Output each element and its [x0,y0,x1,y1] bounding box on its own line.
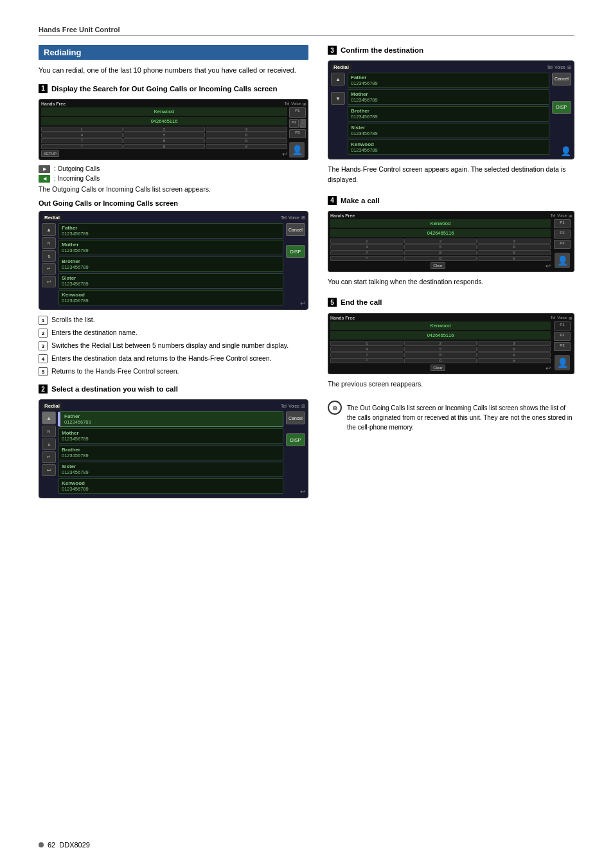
list-item[interactable]: Kenwood 0123456789 [58,478,283,494]
redial-label: Redial [42,214,62,221]
setup-btn[interactable]: SETUP [41,150,59,157]
list-item[interactable]: Sister 0123456789 [348,123,549,138]
sidebar-switch-btn[interactable]: ⇅ [42,250,56,262]
confirm-list: ▲ ▼ Father 0123456789 Mother 0123456 [331,73,571,156]
redial-list-screen: Redial TelVoice⊞ ▲ N ⇅ ↵ ↩ F [39,211,308,310]
step4-clear-btn[interactable]: Clear [431,262,445,269]
sidebar-up-btn[interactable]: ▲ [42,223,56,236]
step5-clear-btn[interactable]: Clear [431,365,445,371]
intro-text: You can redial, one of the last 10 phone… [39,65,308,76]
hf-bottom-controls: SETUP ↩ [41,150,287,158]
step2-disp-btn[interactable]: DISP [286,433,305,446]
step5-hf-number: 0426465116 [330,331,551,339]
step4-hf-label: Hands Free [330,213,355,218]
end-call-desc: The previous screen reappears. [328,379,574,390]
list-item: 2 Enters the destination name. [39,328,308,338]
incoming-label: : Incoming Calls [54,175,100,182]
hf-name: Kenwood [41,107,287,116]
sidebar-back-btn[interactable]: ↩ [42,276,56,287]
step4-p3-btn[interactable]: P3 [554,240,571,249]
step4-title: Make a call [341,195,380,206]
incoming-icon: ◀ [39,175,50,183]
list-item[interactable]: Sister 0123456789 [58,462,283,477]
sidebar-name-btn[interactable]: N [42,237,56,249]
note-text: The Out Going Calls list screen or Incom… [347,403,574,432]
enter-icon[interactable]: ↩ [300,300,305,307]
step2-sidebar-n[interactable]: N [42,426,56,437]
step5-keypad: 123 456 789 *0# [330,341,551,363]
legend-incoming: ◀ : Incoming Calls [39,175,308,183]
redial-sidebar: ▲ N ⇅ ↵ ↩ [42,223,56,307]
end-call-screen: Hands Free Tel Voice ⊞ Kenwood 042646511… [328,313,574,374]
step2-sidebar-switch[interactable]: ⇅ [42,439,56,450]
list-item: 1 Scrolls the list. [39,315,308,325]
step2-cancel-btn[interactable]: Cancel [286,411,305,424]
step4-hf-name: Kenwood [330,219,551,228]
cancel-btn[interactable]: Cancel [286,223,305,236]
p3-btn[interactable]: P3 [289,129,306,138]
step2-header: 2 Select a destination you wish to call [39,384,308,394]
step2-redial-label: Redial [42,402,62,410]
step5-p2-btn[interactable]: P2 [554,332,571,341]
list-item[interactable]: Father 0123456789 [58,411,283,427]
list-item[interactable]: Brother 0123456789 [58,257,283,272]
confirm-entries: Father 0123456789 Mother 0123456789 Brot… [348,73,549,156]
list-item[interactable]: Father 0123456789 [348,73,549,88]
list-item: 3 Switches the Redial List between 5 num… [39,341,308,350]
list-item[interactable]: Mother 0123456789 [348,89,549,105]
section-header: Hands Free Unit Control [39,26,120,33]
list-item[interactable]: Sister 0123456789 [58,273,283,289]
list-item[interactable]: Mother 0123456789 [58,428,283,444]
hf-label: Hands Free [41,102,66,106]
step1-title: Display the Search for Out Going Calls o… [51,84,277,94]
conf-disp-btn[interactable]: DISP [552,101,571,114]
step2-sidebar: ▲ N ⇅ ↵ ↩ [42,411,56,495]
step5-p3-btn[interactable]: P3 [554,342,571,351]
note-section: ⊕ The Out Going Calls list screen or Inc… [328,399,574,432]
step5-p1-btn[interactable]: P1 [554,321,571,330]
step3-number: 3 [328,46,337,55]
footer-model: DDX8029 [59,841,90,849]
step2-sidebar-up[interactable]: ▲ [42,411,56,424]
left-column: Redialing You can redial, one of the las… [39,45,308,503]
list-item[interactable]: Kenwood 0123456789 [58,290,283,305]
step4-p1-btn[interactable]: P1 [554,219,571,228]
footer-page: 62 [48,841,55,849]
legend-outgoing: ▶ : Outgoing Calls [39,165,308,173]
conf-down[interactable]: ▼ [331,92,345,105]
step2-sidebar-back[interactable]: ↩ [42,464,56,476]
step4-number: 4 [328,196,337,205]
conf-enter-icon[interactable]: 👤 [560,146,571,156]
outgoing-label: : Outgoing Calls [54,165,100,172]
step4-keypad: 123 456 789 *0# [330,239,551,261]
feature-list: 1 Scrolls the list. 2 Enters the destina… [39,315,308,376]
make-call-screen: Hands Free Tel Voice ⊞ Kenwood 042646511… [328,211,574,272]
p2-btn[interactable]: P2 [289,119,299,128]
step2-enter-icon[interactable]: ↩ [300,488,305,495]
disp-btn[interactable]: DISP [286,245,305,258]
list-item[interactable]: Brother 0123456789 [58,445,283,460]
confirm-screen: Redial TelVoice⊞ ▲ ▼ Fath [328,60,574,159]
make-call-desc: You can start talking when the destinati… [328,277,574,287]
redial-entries: Father 0123456789 Mother 0123456789 Brot… [58,223,283,307]
step2-number: 2 [39,384,48,393]
step2-sidebar-enter[interactable]: ↵ [42,451,56,463]
redialing-title: Redialing [39,45,308,60]
sidebar-enter-btn[interactable]: ↵ [42,263,56,275]
step4-p2-btn[interactable]: P2 [554,230,571,239]
list-item[interactable]: Kenwood 0123456789 [348,140,549,155]
redial-list: ▲ N ⇅ ↵ ↩ Father 0123456789 Mother [42,223,305,307]
p1-btn[interactable]: P1 [289,107,306,118]
step5-section: 5 End the call Hands Free Tel Voice ⊞ [328,297,574,389]
step3-header: 3 Confirm the destination [328,45,574,55]
step2-list: ▲ N ⇅ ↵ ↩ Father 0123456789 Mother [42,411,305,495]
conf-cancel-btn[interactable]: Cancel [552,73,571,86]
outgoing-icon: ▶ [39,165,50,173]
list-item[interactable]: Father 0123456789 [58,223,283,239]
conf-up[interactable]: ▲ [331,73,345,86]
list-item[interactable]: Brother 0123456789 [348,106,549,122]
step1-header: 1 Display the Search for Out Going Calls… [39,84,308,94]
list-item[interactable]: Mother 0123456789 [58,240,283,255]
step2-redial-screen: Redial TelVoice⊞ ▲ N ⇅ ↵ ↩ [39,399,308,498]
list-item: 5 Returns to the Hands-Free Control scre… [39,366,308,376]
